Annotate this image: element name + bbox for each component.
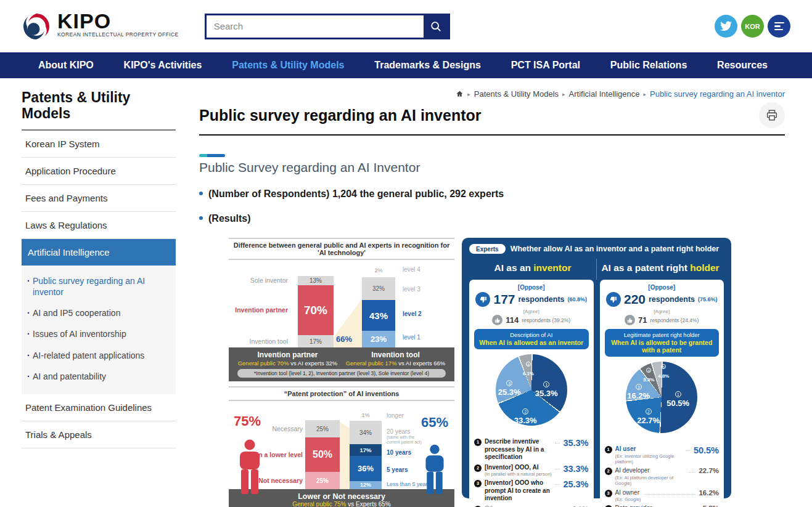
footer-invention-partner: Invention partner General public 70% vs … [234, 351, 342, 367]
search-bar [205, 14, 450, 39]
legend-label: [Inventor] OOO, AI(in parallel with a na… [485, 464, 552, 477]
bar-segment: 17% [298, 335, 334, 347]
description-of-ai-button[interactable]: Description of AI When AI is allowed as … [474, 329, 589, 349]
sidebar-subitem-ai-inventorship[interactable]: Issues of AI inventorship [22, 323, 176, 344]
breadcrumb-current[interactable]: Public survey regarding an AI inventor [650, 89, 785, 99]
menu-icon [774, 22, 784, 24]
kipo-logo[interactable]: KIPO KOREAN INTELLECTUAL PROPERTY OFFICE [22, 12, 179, 41]
legend-row: 1 Describe inventive processes by AI in … [474, 438, 589, 461]
legend-label: AI owner(Ex: Google) [615, 489, 641, 503]
legend-value: 50.5% [694, 445, 719, 455]
header: KIPO KOREAN INTELLECTUAL PROPERTY OFFICE… [0, 0, 812, 52]
legend-marker: 1 [605, 446, 612, 453]
oppose-stat: 220 respondents (75.6%) [605, 292, 720, 307]
legend-leader [689, 467, 696, 473]
legend-row: 1 AI user(Ex: Inventor utilizing Google … [605, 445, 720, 464]
chart2-title: “Patent protection” of AI inventions [229, 386, 454, 401]
agree-count: 71 [638, 315, 647, 325]
legend-value: 16.2% [699, 489, 719, 497]
nav-kipos-activities[interactable]: KIPO's Activities [124, 60, 202, 71]
legitimate-holder-button[interactable]: Legitimate patent right holder When AI i… [605, 329, 720, 357]
sidebar-item-trials-appeals[interactable]: Trials & Appeals [22, 421, 176, 448]
legend-label: AI developer(Ex: AI platform developer o… [615, 467, 686, 486]
sidebar-item-patent-examination-guidelines[interactable]: Patent Examination Guidelines [22, 394, 176, 421]
legend-marker: 1 [474, 439, 482, 446]
footer-rest: vs Experts 65% [347, 501, 391, 507]
search-icon [430, 20, 442, 33]
section-header: Public Survey regarding an AI Inventor [199, 154, 785, 175]
kipo-page: KIPO KOREAN INTELLECTUAL PROPERTY OFFICE… [0, 0, 812, 507]
experts-tag: Experts [469, 244, 506, 254]
level-4-label: level 4 [403, 266, 420, 273]
button-line1: Description of AI [475, 331, 588, 338]
sidebar: Patents & Utility Models Korean IP Syste… [22, 89, 176, 498]
legend-value: 5.8% [703, 505, 719, 507]
nav-about-kipo[interactable]: About KIPO [38, 60, 94, 71]
sidebar-subitem-ai-patent-applications[interactable]: AI-related patent applications [22, 345, 176, 366]
breadcrumb-ai[interactable]: Artificial Intelligence [569, 89, 640, 99]
sidebar-item-korean-ip-system[interactable]: Korean IP System [22, 131, 176, 158]
oppose-count: 177 [493, 292, 515, 307]
section-heading: Public Survey regarding an AI Inventor [199, 160, 785, 175]
nav-trademarks-designs[interactable]: Trademarks & Designs [374, 60, 481, 71]
logo-text: KIPO KOREAN INTELLECTUAL PROPERTY OFFICE [57, 12, 179, 38]
nav-public-relations[interactable]: Public Relations [610, 60, 687, 71]
bullet-icon [199, 216, 203, 220]
footer2-sub: General public 75% vs Experts 65% [234, 501, 449, 507]
bar-segment: 23% [362, 331, 395, 347]
sidebar-item-fees-and-payments[interactable]: Fees and Payments [22, 185, 176, 212]
chart1-footer-columns: Invention partner General public 70% vs … [234, 351, 449, 367]
legend-holder: 1 AI user(Ex: Inventor utilizing Google … [605, 445, 720, 507]
legend-marker: 3 [474, 480, 482, 487]
nav-resources[interactable]: Resources [717, 60, 768, 71]
heading-prefix: AI as an [494, 262, 534, 273]
bullet-respondents-text: (Number of Respondents) 1,204 the genera… [208, 189, 504, 200]
content: Patents & Utility Models Korean IP Syste… [0, 78, 812, 498]
twitter-button[interactable] [715, 15, 737, 38]
legend-value: 35.3% [563, 438, 588, 448]
label-20-years-text: 20 years [387, 428, 410, 435]
sidebar-item-artificial-intelligence[interactable]: Artificial Intelligence [22, 239, 176, 266]
search-input[interactable] [207, 15, 424, 38]
language-label: KOR [745, 23, 760, 30]
breadcrumb-patents[interactable]: Patents & Utility Models [474, 89, 559, 99]
button-line2: When AI is allowed to be granted with a … [606, 339, 718, 354]
pie-inventor: 135.3% 233.3% 325.3% 46.1% [491, 354, 572, 436]
menu-button[interactable] [768, 15, 790, 38]
bar-segment: 13% [298, 276, 334, 285]
sidebar-subitem-ip5-cooperation[interactable]: AI and IP5 cooperation [22, 302, 176, 323]
print-button[interactable] [759, 102, 785, 128]
nav-patents-utility-models[interactable]: Patents & Utility Models [232, 60, 344, 71]
chart1-title: Difference between general public and AI… [229, 238, 454, 260]
footer-rest: vs AI experts 32% [289, 360, 338, 367]
brand-name: KIPO [57, 12, 179, 31]
legend-row: 2 AI developer(Ex: AI platform developer… [605, 467, 720, 486]
pie-label-2: 233.3% [514, 408, 537, 426]
home-icon[interactable] [456, 90, 464, 98]
footer-col-sub: General public 17% vs AI experts 66% [342, 360, 449, 367]
sidebar-item-laws-regulations[interactable]: Laws & Regulations [22, 212, 176, 239]
level-1-label: level 1 [403, 334, 420, 341]
nav-pct-isa-portal[interactable]: PCT ISA Portal [511, 60, 580, 71]
bar-segment: 34% [350, 421, 382, 444]
section-accent-bar [199, 154, 225, 157]
infographic-ai-inventor-panel: Experts Whether allow AI as an inventor … [462, 238, 731, 498]
bar-experts-protection: 34% 17% 36% 12% [350, 421, 382, 489]
sidebar-subitem-public-survey[interactable]: Public survey regarding an AI inventor [22, 270, 176, 302]
agree-tag: [Agree] [605, 309, 720, 314]
sidebar-submenu: Public survey regarding an AI inventor A… [22, 266, 176, 394]
label-invention-partner: Invention partner [234, 306, 288, 314]
pie-label-5: 54.8% [658, 364, 669, 380]
sidebar-subitem-ai-patentability[interactable]: AI and patentability [22, 366, 176, 387]
bar-segment: 36% [350, 456, 382, 481]
sidebar-item-application-procedure[interactable]: Application Procedure [22, 158, 176, 185]
oppose-unit: respondents [519, 295, 565, 304]
search-button[interactable] [424, 15, 448, 38]
panel-title: Whether allow AI as an inventor and a pa… [511, 245, 719, 253]
legend-label: AI user(Ex: Inventor utilizing Google pl… [615, 445, 683, 464]
language-button[interactable]: KOR [741, 15, 764, 38]
footer-col-title: Invention partner [234, 351, 342, 359]
legend-row: 3 [Inventor] OOO who prompt AI to create… [474, 479, 589, 503]
panel-column-headers: AI as an inventor AI as a patent right h… [469, 259, 724, 280]
pie-label-1: 135.3% [535, 381, 558, 399]
